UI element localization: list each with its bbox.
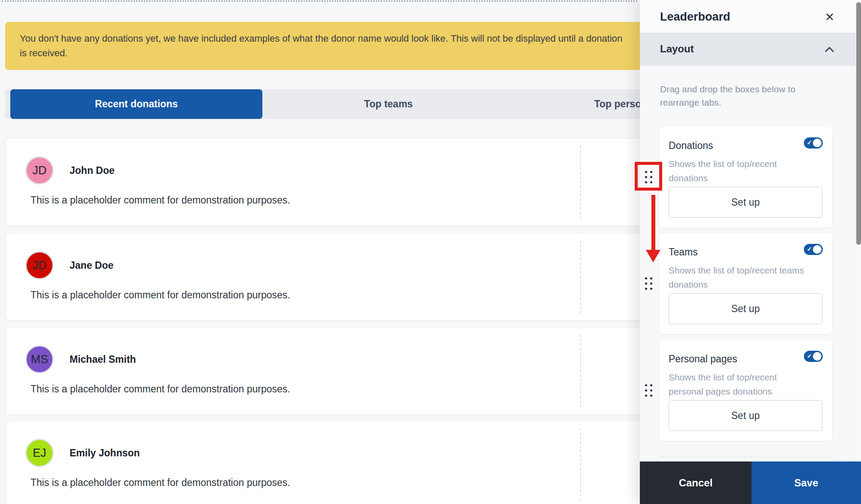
- donor-name: John Doe: [70, 165, 115, 176]
- annotation-highlight-box: [635, 162, 662, 191]
- layout-card-title: Donations: [669, 140, 713, 152]
- drag-drop-helper-text: Drag and drop the boxes below to rearran…: [660, 82, 795, 109]
- setup-teams-button[interactable]: Set up: [669, 293, 822, 324]
- layout-card-teams: Teams ✓ Shows the list of top/recent tea…: [659, 233, 832, 334]
- card-column-divider: [580, 428, 581, 501]
- avatar-initials: MS: [31, 353, 49, 366]
- cancel-button[interactable]: Cancel: [640, 461, 751, 504]
- desc-line2: personal pages donations: [669, 384, 825, 398]
- desc-line2: donations: [669, 171, 825, 185]
- desc-line2: donations: [669, 277, 825, 291]
- donor-comment: This is a placeholder comment for demons…: [30, 289, 290, 301]
- drag-handle-icon-personal-pages[interactable]: [645, 384, 653, 397]
- footer-divider: [659, 457, 832, 457]
- desc-line1: Shows the list of top/recent: [669, 370, 825, 384]
- layout-card-personal-pages: Personal pages ✓ Shows the list of top/r…: [659, 340, 832, 441]
- avatar: EJ: [25, 439, 54, 467]
- panel-footer: Cancel Save: [640, 461, 861, 504]
- card-column-divider: [580, 146, 581, 219]
- avatar: JD: [25, 156, 54, 185]
- layout-card-description: Shows the list of top/recent teams donat…: [669, 263, 825, 291]
- toggle-knob: [813, 139, 821, 147]
- avatar: MS: [25, 345, 54, 373]
- annotation-arrow-head: [646, 250, 660, 262]
- desc-line1: Shows the list of top/recent teams: [669, 263, 825, 277]
- toggle-check-icon: ✓: [807, 352, 812, 359]
- avatar: JD: [25, 251, 54, 279]
- teams-toggle[interactable]: ✓: [804, 244, 823, 255]
- card-column-divider: [580, 240, 581, 313]
- chevron-up-icon: [825, 47, 834, 56]
- donor-name: Emily Johnson: [70, 447, 140, 459]
- avatar-initials: EJ: [33, 446, 46, 460]
- panel-title: Leaderboard: [660, 10, 730, 24]
- desc-line1: Shows the list of top/recent: [669, 157, 825, 171]
- layout-card-title: Personal pages: [669, 353, 737, 365]
- helper-line1: Drag and drop the boxes below to: [660, 82, 795, 96]
- helper-line2: rearrange tabs.: [660, 96, 795, 109]
- panel-header: Leaderboard ✕: [640, 0, 861, 33]
- layout-section-label: Layout: [660, 43, 694, 55]
- save-button[interactable]: Save: [751, 461, 861, 504]
- donations-toggle[interactable]: ✓: [804, 137, 823, 149]
- donor-comment: This is a placeholder comment for demons…: [30, 477, 290, 489]
- drag-handle-icon-teams[interactable]: [645, 277, 653, 290]
- toggle-check-icon: ✓: [807, 139, 812, 146]
- tab-label: Top teams: [364, 98, 413, 110]
- setup-personal-pages-button[interactable]: Set up: [669, 400, 822, 431]
- donor-comment: This is a placeholder comment for demons…: [30, 383, 290, 395]
- toggle-knob: [813, 245, 821, 254]
- layout-section-header[interactable]: Layout: [640, 33, 861, 66]
- avatar-initials: JD: [33, 164, 47, 177]
- personal-pages-toggle[interactable]: ✓: [804, 351, 823, 362]
- tab-recent-donations[interactable]: Recent donations: [10, 89, 262, 119]
- layout-card-donations: Donations ✓ Shows the list of top/recent…: [659, 127, 832, 228]
- donor-name: Michael Smith: [70, 354, 136, 365]
- toggle-check-icon: ✓: [807, 246, 812, 252]
- leaderboard-settings-panel: Leaderboard ✕ Layout Drag and drop the b…: [640, 0, 861, 504]
- top-dotted-border: [2, 0, 637, 2]
- donor-name: Jane Doe: [70, 260, 113, 271]
- toggle-knob: [813, 352, 821, 361]
- annotation-arrow-down: [651, 195, 655, 251]
- scrollbar-thumb[interactable]: [856, 2, 861, 245]
- close-icon[interactable]: ✕: [822, 9, 837, 25]
- page-scrollbar[interactable]: [855, 0, 861, 461]
- donor-comment: This is a placeholder comment for demons…: [30, 194, 290, 206]
- tab-top-teams[interactable]: Top teams: [262, 89, 514, 119]
- setup-donations-button[interactable]: Set up: [669, 187, 822, 218]
- layout-card-description: Shows the list of top/recent donations: [669, 157, 825, 185]
- layout-card-description: Shows the list of top/recent personal pa…: [669, 370, 825, 398]
- card-column-divider: [580, 334, 581, 407]
- layout-card-title: Teams: [669, 246, 698, 258]
- avatar-initials: JD: [33, 259, 47, 272]
- tab-label: Recent donations: [95, 98, 178, 110]
